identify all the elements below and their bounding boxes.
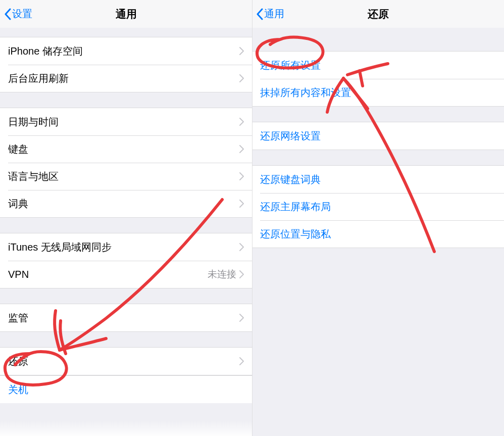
chevron-right-icon <box>239 118 244 126</box>
back-label: 通用 <box>264 7 284 21</box>
row-label: 还原网络设置 <box>260 129 496 143</box>
chevron-right-icon <box>239 357 244 365</box>
row-label: 监管 <box>8 311 239 325</box>
screenshot-divider <box>252 0 253 436</box>
row-label: 日期与时间 <box>8 115 239 129</box>
row-reset-location-privacy[interactable]: 还原位置与隐私 <box>252 220 504 248</box>
row-label: 语言与地区 <box>8 170 239 183</box>
footer-group: 关机 <box>0 375 252 403</box>
row-label: VPN <box>8 269 208 280</box>
row-reset-all-settings[interactable]: 还原所有设置 <box>252 52 504 79</box>
page-title: 通用 <box>0 7 252 21</box>
chevron-right-icon <box>239 145 244 153</box>
row-profile[interactable]: 监管 <box>0 304 252 331</box>
navbar: 通用 还原 <box>252 0 504 28</box>
row-background-refresh[interactable]: 后台应用刷新 <box>0 65 252 92</box>
back-button[interactable]: 设置 <box>0 7 32 21</box>
back-label: 设置 <box>12 7 32 21</box>
chevron-right-icon <box>239 270 244 278</box>
row-storage[interactable]: iPhone 储存空间 <box>0 37 252 65</box>
row-label: 词典 <box>8 197 239 211</box>
row-keyboard[interactable]: 键盘 <box>0 135 252 163</box>
row-language-region[interactable]: 语言与地区 <box>0 163 252 190</box>
row-date-time[interactable]: 日期与时间 <box>0 108 252 135</box>
row-label: 还原 <box>8 355 239 368</box>
row-erase-all[interactable]: 抹掉所有内容和设置 <box>252 79 504 106</box>
chevron-right-icon <box>239 314 244 322</box>
row-label: 抹掉所有内容和设置 <box>260 86 496 100</box>
row-shutdown[interactable]: 关机 <box>0 376 252 403</box>
row-label: 还原位置与隐私 <box>260 227 496 241</box>
chevron-right-icon <box>239 47 244 55</box>
settings-group: 还原 <box>0 347 252 375</box>
list: 还原所有设置 抹掉所有内容和设置 还原网络设置 还原键盘词典 还原主屏幕布局 还… <box>252 28 504 436</box>
settings-group: 还原网络设置 <box>252 122 504 150</box>
chevron-left-icon <box>4 8 11 20</box>
chevron-left-icon <box>256 8 263 20</box>
row-label: 还原键盘词典 <box>260 173 496 186</box>
back-button[interactable]: 通用 <box>252 7 284 21</box>
row-reset-home-layout[interactable]: 还原主屏幕布局 <box>252 193 504 220</box>
page-title: 还原 <box>252 7 504 21</box>
row-reset[interactable]: 还原 <box>0 348 252 375</box>
settings-group: iTunes 无线局域网同步 VPN 未连接 <box>0 233 252 288</box>
row-label: iPhone 储存空间 <box>8 44 239 58</box>
settings-group: 还原所有设置 抹掉所有内容和设置 <box>252 51 504 107</box>
row-label: 键盘 <box>8 142 239 156</box>
chevron-right-icon <box>239 200 244 208</box>
row-reset-keyboard-dict[interactable]: 还原键盘词典 <box>252 166 504 193</box>
row-itunes-wifi-sync[interactable]: iTunes 无线局域网同步 <box>0 233 252 261</box>
reset-settings-screen: 通用 还原 还原所有设置 抹掉所有内容和设置 还原网络设置 还原键盘词典 <box>252 0 504 436</box>
row-vpn[interactable]: VPN 未连接 <box>0 261 252 288</box>
settings-group: 监管 <box>0 304 252 332</box>
list: iPhone 储存空间 后台应用刷新 日期与时间 <box>0 28 252 436</box>
row-label: 后台应用刷新 <box>8 72 239 85</box>
settings-group: iPhone 储存空间 后台应用刷新 <box>0 37 252 92</box>
row-label: iTunes 无线局域网同步 <box>8 240 239 254</box>
row-reset-network[interactable]: 还原网络设置 <box>252 122 504 150</box>
settings-group: 日期与时间 键盘 语言与地区 词典 <box>0 108 252 218</box>
navbar: 设置 通用 <box>0 0 252 28</box>
row-label: 还原所有设置 <box>260 59 496 72</box>
row-detail: 未连接 <box>208 268 236 281</box>
chevron-right-icon <box>239 243 244 251</box>
row-label: 关机 <box>8 383 244 397</box>
chevron-right-icon <box>239 74 244 82</box>
chevron-right-icon <box>239 172 244 180</box>
row-label: 还原主屏幕布局 <box>260 200 496 214</box>
settings-group: 还原键盘词典 还原主屏幕布局 还原位置与隐私 <box>252 165 504 248</box>
row-dictionary[interactable]: 词典 <box>0 190 252 217</box>
general-settings-screen: 设置 通用 iPhone 储存空间 后台应用刷新 日期与时 <box>0 0 252 436</box>
